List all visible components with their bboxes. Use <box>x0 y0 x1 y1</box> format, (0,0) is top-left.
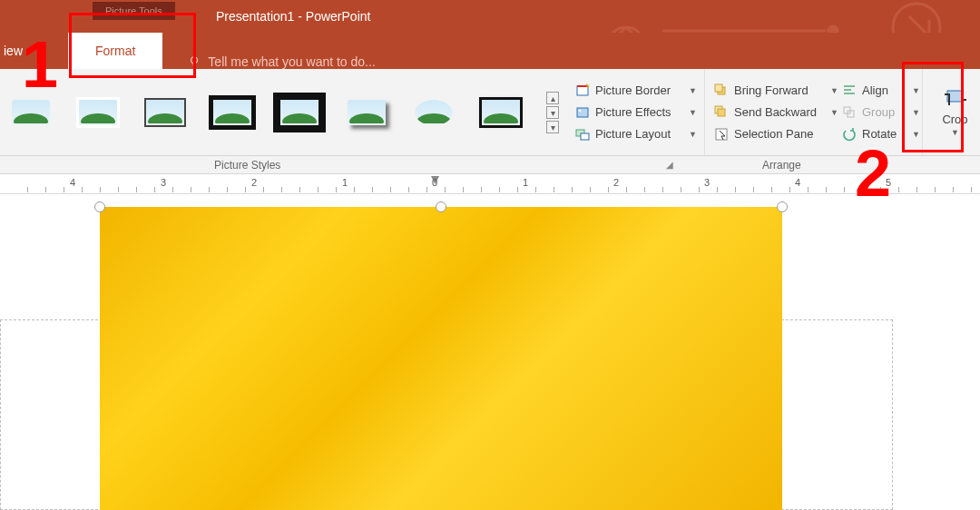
crop-dropdown-icon: ▼ <box>951 128 959 137</box>
resize-handle-top-left[interactable] <box>94 201 105 212</box>
selected-picture[interactable] <box>100 207 782 510</box>
ruler-number: 5 <box>886 177 891 188</box>
svg-rect-14 <box>718 109 725 116</box>
ruler-tick <box>517 187 518 192</box>
svg-rect-15 <box>716 129 727 140</box>
send-backward-icon <box>714 105 729 120</box>
align-label: Align <box>862 83 888 97</box>
ruler-tick <box>209 187 210 192</box>
ruler-tick <box>336 187 337 192</box>
slide-canvas[interactable] <box>0 194 980 510</box>
crop-label: Crop <box>942 113 967 126</box>
title-bar: Picture Tools Presentation1 - PowerPoint <box>0 0 980 33</box>
gallery-row-down[interactable]: ▾ <box>546 106 559 119</box>
ruler-tick <box>281 187 282 192</box>
ruler-number: 0 <box>432 177 437 188</box>
ruler-number: 3 <box>161 177 166 188</box>
bring-forward-icon <box>714 83 729 98</box>
resize-handle-top-right[interactable] <box>777 201 788 212</box>
align-icon <box>842 83 857 98</box>
gallery-row-up[interactable]: ▴ <box>546 92 559 104</box>
svg-rect-12 <box>715 84 722 92</box>
ruler-number: 4 <box>70 177 75 188</box>
ruler-tick <box>426 187 427 192</box>
ruler-tick <box>191 187 191 192</box>
ruler-number: 1 <box>342 177 348 188</box>
picture-style-2[interactable] <box>73 94 123 131</box>
send-backward-button[interactable]: Send Backward▼ <box>712 103 840 122</box>
ruler-tick <box>953 187 954 192</box>
picture-layout-icon <box>575 127 590 142</box>
ruler-tick <box>154 187 155 192</box>
picture-style-3[interactable] <box>140 94 191 131</box>
picture-border-label: Picture Border <box>595 83 671 97</box>
ruler-tick <box>644 187 645 192</box>
size-group: Crop ▼ <box>922 69 980 155</box>
picture-effects-icon <box>575 105 590 120</box>
picture-style-4[interactable] <box>207 94 258 131</box>
selection-pane-label: Selection Pane <box>734 127 813 141</box>
group-button[interactable]: Group▼ <box>840 103 922 122</box>
ruler-tick <box>717 187 718 192</box>
tab-review-partial[interactable]: iew <box>4 33 34 69</box>
ruler-tick <box>935 187 936 192</box>
ruler-tick <box>64 187 64 192</box>
bring-forward-button[interactable]: Bring Forward▼ <box>712 82 840 100</box>
ruler-tick <box>608 187 609 192</box>
resize-handle-top-middle[interactable] <box>436 201 446 212</box>
picture-styles-gallery: ▴ ▾ ▾ <box>0 69 568 156</box>
arrange-column-2: Align▼ Group▼ Rotate▼ <box>840 69 922 155</box>
ruler-tick <box>299 187 300 192</box>
ruler-tick <box>100 187 101 192</box>
selection-pane-button[interactable]: Selection Pane <box>712 125 840 143</box>
horizontal-ruler[interactable]: 4321012345 <box>0 174 980 194</box>
picture-border-icon <box>575 83 590 98</box>
rotate-icon <box>842 127 857 142</box>
arrange-column-1: Bring Forward▼ Send Backward▼ Selection … <box>704 69 840 155</box>
ruler-tick <box>808 187 808 192</box>
ruler-tick <box>735 187 736 192</box>
picture-style-7[interactable] <box>408 94 459 131</box>
svg-rect-6 <box>577 86 588 95</box>
picture-layout-button[interactable]: Picture Layout▼ <box>573 125 699 143</box>
ruler-number: 2 <box>251 177 257 188</box>
picture-border-button[interactable]: Picture Border▼ <box>573 82 699 100</box>
ruler-number: 4 <box>795 177 800 188</box>
picture-styles-dialog-launcher[interactable]: ◢ <box>666 160 673 170</box>
ruler-tick <box>681 187 681 192</box>
picture-style-1[interactable] <box>5 94 56 131</box>
ruler-tick <box>880 187 881 192</box>
contextual-tab-picture-tools: Picture Tools <box>93 2 175 20</box>
ruler-tick <box>789 187 790 192</box>
ruler-tick <box>554 187 554 192</box>
picture-effects-button[interactable]: Picture Effects▼ <box>573 103 699 122</box>
tell-me-search[interactable]: Tell me what you want to do... <box>188 54 375 69</box>
ruler-tick <box>390 187 391 192</box>
ruler-tick <box>499 187 500 192</box>
ribbon-tab-bar: iew Format Tell me what you want to do..… <box>0 33 980 69</box>
ruler-tick <box>263 187 264 192</box>
ruler-tick <box>372 187 373 192</box>
picture-layout-label: Picture Layout <box>595 127 671 141</box>
picture-style-8[interactable] <box>475 94 526 131</box>
selection-pane-icon <box>714 127 729 142</box>
crop-button[interactable]: Crop ▼ <box>942 87 969 137</box>
ruler-tick <box>463 187 464 192</box>
ruler-tick <box>862 187 863 192</box>
ruler-tick <box>118 187 119 192</box>
tab-format[interactable]: Format <box>68 33 162 69</box>
picture-style-5[interactable] <box>274 94 325 131</box>
rotate-button[interactable]: Rotate▼ <box>840 125 922 143</box>
lightbulb-icon <box>188 55 201 68</box>
gallery-more-button[interactable]: ▾ <box>546 121 559 133</box>
ruler-tick <box>172 187 173 192</box>
ruler-tick <box>535 187 536 192</box>
align-button[interactable]: Align▼ <box>840 82 922 100</box>
ruler-tick <box>227 187 228 192</box>
ribbon-body: ▴ ▾ ▾ Picture Border▼ Picture Effects▼ P… <box>0 69 980 156</box>
ruler-tick <box>27 187 28 192</box>
picture-style-6[interactable] <box>341 94 392 131</box>
window-title: Presentation1 - PowerPoint <box>216 9 370 24</box>
svg-point-8 <box>579 109 582 112</box>
ruler-tick <box>445 187 446 192</box>
